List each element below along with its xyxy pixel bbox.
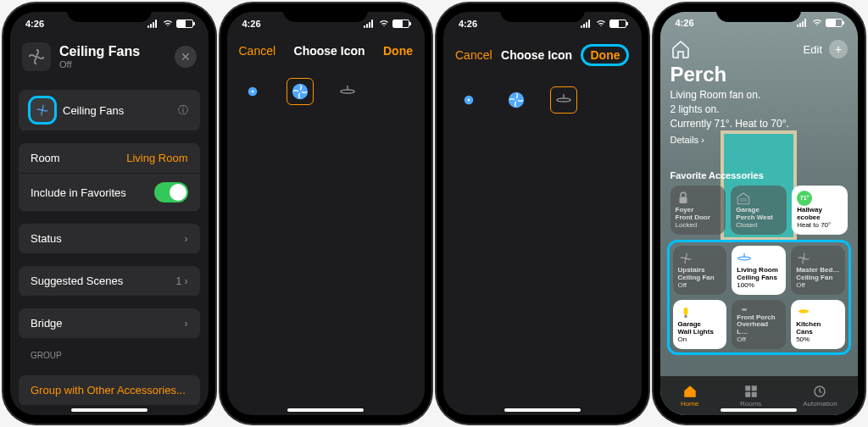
choose-icon-header: Cancel Choose Icon Done: [443, 36, 642, 75]
fan-icon: [678, 251, 693, 266]
svg-point-11: [557, 98, 570, 102]
svg-point-22: [798, 309, 809, 313]
icon-option-fan-small[interactable]: [455, 86, 482, 114]
tile-garage-lights[interactable]: GarageWall LightsOn: [673, 300, 727, 349]
svg-point-21: [742, 308, 747, 311]
fan-icon: [22, 42, 51, 71]
svg-point-6: [341, 90, 354, 93]
ceiling-fan-icon: [737, 251, 752, 266]
thermostat-icon: 71°: [797, 191, 812, 206]
svg-point-9: [509, 92, 524, 108]
phone-4: 4:26 Edit + Perch Living Room fan on. 2 …: [654, 3, 865, 424]
tile-foyer-door[interactable]: FoyerFront DoorLocked: [670, 186, 726, 235]
chevron-right-icon: ›: [185, 318, 188, 330]
close-button[interactable]: ✕: [175, 46, 197, 68]
icon-option-fan-large[interactable]: [503, 86, 530, 114]
icon-options: [443, 75, 642, 125]
phone-2: 4:26 Cancel Choose Icon Done: [220, 3, 432, 424]
favorites-row: Include in Favorites: [19, 174, 200, 212]
fan-icon: [796, 251, 811, 266]
svg-point-3: [251, 91, 253, 93]
tile-kitchen-cans[interactable]: KitchenCans50%: [791, 300, 845, 349]
icon-option-fan-small[interactable]: [239, 78, 266, 105]
status-text: Living Room fan on. 2 lights on. Current…: [670, 88, 849, 130]
icon-option-ceiling-fan[interactable]: [550, 86, 577, 114]
icon-option-ceiling-fan[interactable]: [334, 78, 361, 105]
tile-upstairs-fan[interactable]: UpstairsCeiling FanOff: [673, 246, 727, 295]
scenes-row[interactable]: Suggested Scenes1 ›: [19, 266, 200, 297]
room-row[interactable]: RoomLiving Room: [19, 143, 200, 174]
garage-icon: [736, 191, 751, 206]
svg-rect-19: [683, 308, 687, 315]
accessory-header: Ceiling Fans Off ✕: [10, 36, 209, 78]
favorite-tiles: FoyerFront DoorLocked GaragePerch WestCl…: [670, 186, 849, 235]
cancel-button[interactable]: Cancel: [239, 44, 276, 58]
svg-rect-12: [679, 197, 687, 203]
svg-point-8: [468, 99, 470, 102]
done-button[interactable]: Done: [383, 44, 413, 58]
home-icon[interactable]: [670, 39, 691, 59]
tile-master-fan[interactable]: Master Bed…Ceiling FanOff: [791, 246, 845, 295]
device-row[interactable]: Ceiling Fans ⓘ: [19, 90, 200, 131]
tile-garage[interactable]: GaragePerch WestClosed: [731, 186, 787, 235]
group-section-label: GROUP: [19, 339, 200, 363]
chevron-right-icon: ›: [185, 233, 188, 245]
favorites-toggle[interactable]: [154, 182, 188, 202]
light-icon: [737, 305, 752, 314]
header-title: Choose Icon: [501, 48, 572, 62]
icon-option-fan-large[interactable]: [287, 78, 314, 105]
svg-point-1: [42, 109, 44, 112]
details-link[interactable]: Details ›: [670, 135, 849, 145]
bulb-icon: [678, 305, 693, 320]
info-icon: ⓘ: [178, 103, 188, 118]
svg-rect-20: [684, 315, 687, 318]
phone-3: 4:26 Cancel Choose Icon Done: [437, 3, 648, 424]
group-link[interactable]: Group with Other Accessories...: [19, 375, 200, 406]
tile-ecobee[interactable]: 71°HallwayecobeeHeat to 70°: [792, 186, 848, 235]
done-button[interactable]: Done: [581, 44, 629, 66]
choose-icon-header: Cancel Choose Icon Done: [227, 36, 426, 66]
edit-button[interactable]: Edit: [804, 43, 822, 56]
svg-point-0: [35, 55, 38, 58]
room-value: Living Room: [126, 152, 187, 164]
tile-porch-light[interactable]: Front PorchOverhead L…Off: [732, 300, 786, 349]
icon-options: [227, 66, 426, 117]
svg-point-15: [684, 257, 687, 259]
status-row[interactable]: Status›: [19, 224, 200, 254]
home-title: Perch: [670, 63, 849, 86]
svg-point-18: [803, 257, 805, 259]
accessory-title: Ceiling Fans: [59, 44, 166, 59]
svg-point-4: [292, 84, 307, 99]
can-light-icon: [796, 305, 811, 320]
favorites-label: Favorite Accessories: [670, 170, 849, 180]
device-icon[interactable]: [31, 98, 54, 122]
svg-point-17: [738, 257, 750, 260]
tile-living-room-fans[interactable]: Living RoomCeiling Fans100%: [732, 246, 786, 295]
time: 4:26: [25, 19, 44, 29]
cancel-button[interactable]: Cancel: [455, 48, 492, 62]
bridge-row[interactable]: Bridge›: [19, 308, 200, 339]
phone-1: 4:26 Ceiling Fans Off ✕ Ceiling Fans ⓘ R…: [3, 3, 215, 424]
device-name: Ceiling Fans: [63, 104, 124, 117]
accessory-state: Off: [59, 59, 166, 69]
header-title: Choose Icon: [294, 44, 365, 58]
lock-icon: [676, 191, 691, 206]
add-button[interactable]: +: [829, 40, 848, 58]
